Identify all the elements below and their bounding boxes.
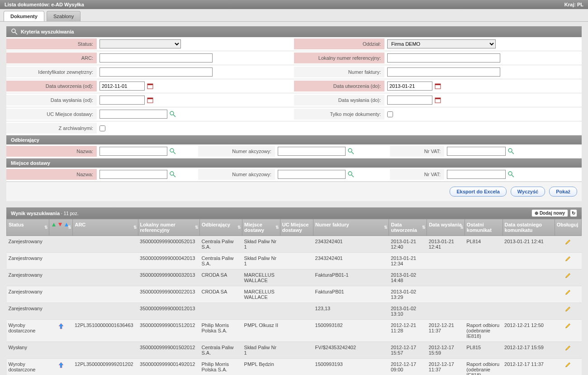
delivery-name-input[interactable] xyxy=(100,170,167,179)
lookup-icon[interactable] xyxy=(169,148,176,155)
col-created[interactable]: Data utworzenia⇅ xyxy=(389,219,427,236)
svg-marker-28 xyxy=(59,362,63,368)
arrow-up-icon xyxy=(57,325,65,331)
country-label: Kraj: PL xyxy=(564,2,583,7)
label-my-docs: Tylko moje dokumenty: xyxy=(294,109,384,120)
edit-icon[interactable] xyxy=(565,257,571,263)
col-local-ref[interactable]: Lokalny numer referencyjny⇅ xyxy=(138,219,199,236)
svg-rect-7 xyxy=(147,98,153,99)
lookup-icon[interactable] xyxy=(507,171,515,178)
calendar-icon[interactable] xyxy=(147,96,154,104)
search-criteria-header: Kryteria wyszukiwania xyxy=(6,26,582,37)
label-arc: ARC: xyxy=(6,53,97,63)
plus-icon: ⊕ xyxy=(535,211,538,216)
receiver-vat-input[interactable] xyxy=(447,147,506,156)
refresh-button[interactable]: ↻ xyxy=(570,209,577,217)
receiver-name-input[interactable] xyxy=(100,147,167,156)
ext-id-input[interactable] xyxy=(100,67,213,77)
label-receiver-excise: Numer akcyzowy: xyxy=(198,146,275,157)
sent-from-input[interactable] xyxy=(100,96,145,105)
svg-line-15 xyxy=(351,152,354,154)
clear-button[interactable]: Wyczyść xyxy=(511,187,545,197)
add-new-button[interactable]: ⊕ Dodaj nowy xyxy=(531,209,568,217)
results-table: Status⇅ ⇅ ARC⇅ Lokalny numer referencyjn… xyxy=(6,219,582,375)
label-receiver-vat: Nr VAT: xyxy=(390,146,444,157)
label-created-to: Data utworzenia (do): xyxy=(294,81,384,91)
svg-rect-5 xyxy=(435,84,441,85)
created-to-input[interactable] xyxy=(387,82,432,91)
delivery-vat-input[interactable] xyxy=(447,170,506,179)
col-invoice[interactable]: Numer faktury⇅ xyxy=(313,219,389,236)
table-row: Zarejestrowany35000009999000042013Centra… xyxy=(7,253,582,269)
svg-line-23 xyxy=(512,175,514,177)
tab-templates[interactable]: Szablony xyxy=(47,11,81,21)
delivery-excise-input[interactable] xyxy=(278,170,346,179)
invoice-input[interactable] xyxy=(387,67,500,77)
delivery-header: Miejsce dostawy xyxy=(6,159,582,168)
calendar-icon[interactable] xyxy=(434,96,441,104)
col-sent[interactable]: Data wysłania⇅ xyxy=(427,219,465,236)
svg-line-1 xyxy=(15,32,17,34)
arc-input[interactable] xyxy=(100,53,213,62)
col-arc[interactable]: ARC⇅ xyxy=(73,219,138,236)
action-bar: Eksport do Excela Wyczyść Pokaż xyxy=(6,182,582,201)
label-sent-from: Data wysłania (od): xyxy=(6,95,97,106)
my-docs-checkbox[interactable] xyxy=(387,111,393,117)
edit-icon[interactable] xyxy=(565,346,571,352)
svg-point-10 xyxy=(170,111,174,115)
svg-rect-9 xyxy=(435,98,441,99)
table-row: Wyroby dostarczone12PL350000099992012023… xyxy=(7,359,582,375)
sent-to-input[interactable] xyxy=(387,96,432,105)
label-delivery-vat: Nr VAT: xyxy=(390,169,444,180)
receiver-excise-input[interactable] xyxy=(278,147,346,156)
col-arrows[interactable]: ⇅ xyxy=(49,219,73,236)
svg-rect-3 xyxy=(147,84,153,85)
local-ref-input[interactable] xyxy=(387,53,500,62)
titlebar: Lista dokumentów: e-AD Wysyłka Kraj: PL xyxy=(0,0,588,9)
lookup-icon[interactable] xyxy=(347,148,355,155)
col-receiver[interactable]: Odbierający⇅ xyxy=(199,219,242,236)
table-row: Zarejestrowany35000009999000022013CRODA … xyxy=(7,286,582,303)
col-last-msg[interactable]: Ostatni komunikat xyxy=(465,219,503,236)
lookup-icon[interactable] xyxy=(169,171,176,178)
svg-point-0 xyxy=(12,29,15,33)
table-row: Wysłany35000009999001502012Centrala Pali… xyxy=(7,342,582,359)
branch-select[interactable]: Firma DEMO xyxy=(387,39,496,48)
col-last-msg-date[interactable]: Data ostatniego komunikatu xyxy=(503,219,555,236)
edit-icon[interactable] xyxy=(565,363,571,369)
results-header: Wynik wyszukiwania · 11 poz. ⊕ Dodaj now… xyxy=(6,207,582,219)
receiver-header: Odbierający xyxy=(6,135,582,144)
uc-delivery-input[interactable] xyxy=(100,110,167,119)
lookup-icon[interactable] xyxy=(347,171,355,178)
calendar-icon[interactable] xyxy=(434,82,441,90)
svg-line-21 xyxy=(351,175,354,177)
edit-icon[interactable] xyxy=(565,240,571,246)
svg-point-22 xyxy=(508,172,512,175)
window-title: Lista dokumentów: e-AD Wysyłka xyxy=(5,2,84,7)
export-button[interactable]: Eksport do Excela xyxy=(450,187,506,197)
svg-point-14 xyxy=(348,149,352,152)
lookup-icon[interactable] xyxy=(507,148,515,155)
label-invoice: Numer faktury: xyxy=(294,67,384,77)
table-row: Zarejestrowany35000009999000052013Centra… xyxy=(7,236,582,253)
tab-documents[interactable]: Dokumenty xyxy=(4,11,44,21)
col-manage: Obsługuj xyxy=(555,219,581,236)
col-delivery-place[interactable]: Miejsce dostawy⇅ xyxy=(242,219,280,236)
calendar-icon[interactable] xyxy=(147,82,154,90)
status-select[interactable] xyxy=(100,39,181,48)
table-row: Zarejestrowany35000009999000032013CRODA … xyxy=(7,269,582,286)
label-archived: Z archiwalnymi: xyxy=(6,123,97,134)
col-status[interactable]: Status⇅ xyxy=(7,219,49,236)
archived-checkbox[interactable] xyxy=(100,125,105,131)
label-delivery-excise: Numer akcyzowy: xyxy=(198,169,275,180)
edit-icon[interactable] xyxy=(565,324,571,330)
created-from-input[interactable] xyxy=(100,82,145,91)
table-row: Zarejestrowany35000009999000012013123,13… xyxy=(7,303,582,320)
edit-icon[interactable] xyxy=(565,308,571,313)
edit-icon[interactable] xyxy=(565,274,571,279)
show-button[interactable]: Pokaż xyxy=(549,187,577,197)
edit-icon[interactable] xyxy=(565,291,571,296)
table-row: Wyroby dostarczone12PL351000000016364633… xyxy=(7,320,582,342)
lookup-icon[interactable] xyxy=(169,111,176,118)
col-uc-delivery[interactable]: UC Miejsce dostawy xyxy=(280,219,313,236)
